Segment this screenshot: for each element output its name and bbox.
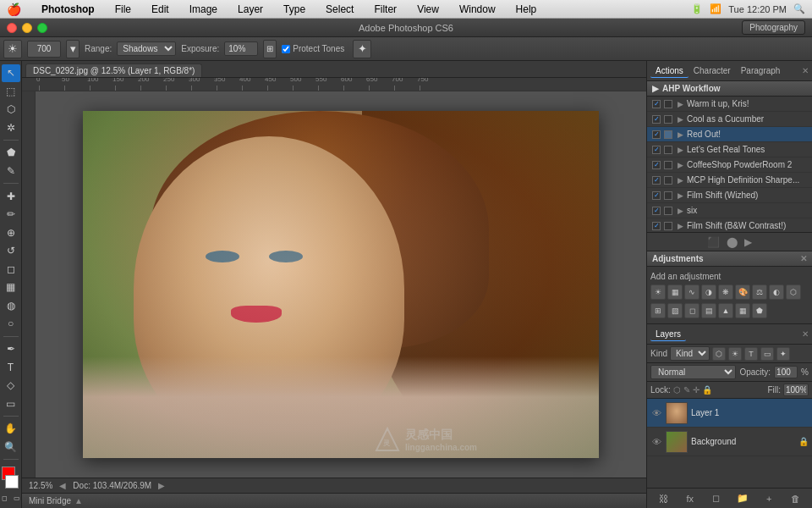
lock-transparent-icon[interactable]: ⬡ [673, 385, 681, 395]
healing-tool[interactable]: ✚ [2, 187, 20, 205]
mini-bridge-expand-icon[interactable]: ▲ [74, 496, 83, 505]
menu-image[interactable]: Image [186, 2, 221, 17]
bw-icon[interactable]: ◐ [769, 284, 784, 300]
blend-mode-dropdown[interactable]: Normal [650, 365, 736, 379]
selective-color-icon[interactable]: ⬟ [752, 303, 767, 318]
menu-file[interactable]: File [112, 2, 134, 17]
canvas-container[interactable]: 灵 灵感中国 lingganchina.com [36, 91, 646, 478]
exposure-adj-icon[interactable]: ◑ [701, 284, 716, 300]
action-dialog-8[interactable] [664, 222, 672, 230]
action-dialog-1[interactable] [664, 115, 672, 124]
tab-actions[interactable]: Actions [650, 64, 689, 78]
status-arrow-left[interactable]: ◀ [59, 481, 66, 490]
new-group-button[interactable]: 📁 [735, 491, 750, 506]
action-dialog-7[interactable] [664, 207, 672, 215]
action-item-5[interactable]: ✓ ▶ MCP High Definition Sharpe... [647, 173, 812, 188]
action-dialog-4[interactable] [664, 161, 672, 169]
layers-panel-close[interactable]: ✕ [802, 329, 809, 339]
history-brush-tool[interactable]: ↺ [2, 242, 20, 260]
action-item-6[interactable]: ✓ ▶ Film Shift (Wizhed) [647, 188, 812, 203]
dodge-tool[interactable]: ○ [2, 315, 20, 333]
range-dropdown[interactable]: ShadowsMidtonesHighlights [117, 41, 176, 56]
brush-size-field[interactable]: 700 [37, 44, 52, 53]
layer-item-1[interactable]: 👁 Background 🔒 [647, 428, 812, 456]
action-dialog-0[interactable] [664, 100, 672, 108]
menu-filter[interactable]: Filter [370, 2, 400, 17]
action-dialog-2[interactable] [664, 130, 672, 139]
background-color-swatch[interactable] [5, 475, 19, 489]
action-check-0[interactable]: ✓ [652, 100, 661, 108]
lasso-tool[interactable]: ⬡ [2, 101, 20, 119]
action-dialog-3[interactable] [664, 146, 672, 154]
menu-view[interactable]: View [414, 2, 442, 17]
layer-visibility-0[interactable]: 👁 [650, 407, 662, 419]
color-lookup-icon[interactable]: ▧ [667, 303, 683, 318]
levels-icon[interactable]: ▦ [667, 284, 683, 300]
color-balance-icon[interactable]: ⚖ [752, 284, 767, 300]
brush-picker-button[interactable]: ▾ [66, 40, 80, 58]
tab-layers[interactable]: Layers [650, 328, 686, 341]
vibrance-icon[interactable]: ❋ [718, 284, 733, 300]
path-tool[interactable]: ◇ [2, 377, 20, 395]
kind-dropdown[interactable]: Kind [670, 346, 710, 361]
layer-visibility-1[interactable]: 👁 [650, 436, 662, 448]
exposure-field[interactable] [224, 41, 258, 56]
quick-mask-button[interactable]: ◻ [1, 493, 9, 505]
actions-stop-button[interactable]: ⬛ [707, 236, 720, 248]
add-style-button[interactable]: fx [683, 491, 698, 506]
menu-help[interactable]: Help [513, 2, 540, 17]
panel-close-button[interactable]: ✕ [802, 66, 809, 75]
delete-layer-button[interactable]: 🗑 [787, 491, 803, 506]
action-check-6[interactable]: ✓ [652, 191, 661, 200]
action-item-0[interactable]: ✓ ▶ Warm it up, Kris! [647, 97, 812, 112]
posterize-icon[interactable]: ▤ [701, 303, 716, 318]
brush-tool[interactable]: ✏ [2, 206, 20, 224]
exposure-slider-icon[interactable]: ⊞ [263, 40, 277, 58]
text-tool[interactable]: T [2, 358, 20, 376]
quick-select-tool[interactable]: ✲ [2, 119, 20, 137]
menu-layer[interactable]: Layer [234, 2, 266, 17]
layer-item-0[interactable]: 👁 Layer 1 [647, 399, 812, 428]
action-item-3[interactable]: ✓ ▶ Let's Get Real Tones [647, 142, 812, 157]
menu-window[interactable]: Window [456, 2, 499, 17]
eraser-tool[interactable]: ◻ [2, 261, 20, 279]
action-check-8[interactable]: ✓ [652, 222, 661, 230]
kind-filter-smart[interactable]: ✦ [776, 347, 790, 361]
gradient-tool[interactable]: ▦ [2, 279, 20, 296]
action-dialog-6[interactable] [664, 191, 672, 200]
action-item-2[interactable]: ✓ ▶ Red Out! [647, 127, 812, 142]
actions-header[interactable]: ▶ AHP Workflow [647, 81, 812, 97]
menu-type[interactable]: Type [280, 2, 309, 17]
menu-select[interactable]: Select [322, 2, 357, 17]
hue-sat-icon[interactable]: 🎨 [735, 284, 750, 300]
minimize-button[interactable] [22, 23, 32, 33]
eyedropper-tool[interactable]: ✎ [2, 163, 20, 180]
move-tool[interactable]: ↖ [2, 64, 20, 82]
airbrush-icon[interactable]: ✦ [353, 40, 371, 58]
action-item-1[interactable]: ✓ ▶ Cool as a Cucumber [647, 112, 812, 127]
screen-mode-button[interactable]: ▭ [13, 493, 21, 505]
blur-tool[interactable]: ◍ [2, 297, 20, 315]
channel-mixer-icon[interactable]: ⊞ [650, 303, 666, 318]
action-check-3[interactable]: ✓ [652, 146, 661, 154]
action-item-4[interactable]: ✓ ▶ CoffeeShop PowderRoom 2 [647, 157, 812, 173]
photo-filter-icon[interactable]: ⬡ [786, 284, 801, 300]
threshold-icon[interactable]: ▲ [718, 303, 733, 318]
new-layer-button[interactable]: + [761, 491, 776, 506]
status-arrow-right[interactable]: ▶ [158, 481, 165, 490]
tab-character[interactable]: Character [689, 64, 736, 77]
action-check-2[interactable]: ✓ [652, 130, 661, 139]
action-item-8[interactable]: ✓ ▶ Film Shift (B&W Contrast!) [647, 218, 812, 232]
menu-edit[interactable]: Edit [148, 2, 173, 17]
pen-tool[interactable]: ✒ [2, 340, 20, 358]
marquee-tool[interactable]: ⬚ [2, 83, 20, 101]
add-mask-button[interactable]: ◻ [709, 491, 724, 506]
action-check-4[interactable]: ✓ [652, 161, 661, 169]
lock-image-icon[interactable]: ✎ [683, 385, 690, 395]
link-layers-button[interactable]: ⛓ [656, 491, 672, 506]
fill-field[interactable] [783, 384, 809, 396]
close-button[interactable] [7, 23, 17, 33]
opacity-field[interactable] [774, 366, 798, 378]
tab-paragraph[interactable]: Paragraph [736, 64, 786, 77]
shape-tool[interactable]: ▭ [2, 395, 20, 412]
